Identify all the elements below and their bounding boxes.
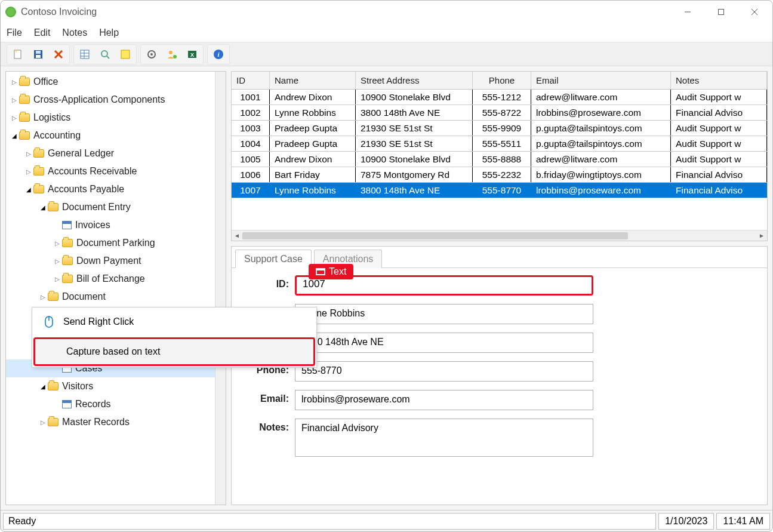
col-email[interactable]: Email: [531, 72, 671, 89]
table-row[interactable]: 1003Pradeep Gupta21930 SE 51st St555-990…: [232, 121, 767, 136]
settings-button[interactable]: [142, 46, 161, 63]
field-name[interactable]: Lynne Robbins: [295, 304, 593, 324]
user-button[interactable]: [162, 46, 181, 63]
blank-icon: [46, 346, 58, 358]
cell-email: p.gupta@tailspintoys.com: [531, 121, 671, 136]
scroll-right-icon[interactable]: ►: [756, 232, 767, 239]
save-button[interactable]: [29, 46, 48, 63]
ctx-capture-based-on-text[interactable]: Capture based on text: [33, 337, 315, 366]
field-phone[interactable]: 555-8770: [295, 361, 593, 382]
folder-open-icon: [48, 382, 58, 390]
tree-scrollbar[interactable]: [215, 72, 226, 505]
minimize-button[interactable]: [675, 3, 701, 21]
menu-notes[interactable]: Notes: [62, 27, 87, 38]
caret-right-icon[interactable]: ▷: [10, 77, 19, 87]
table-row[interactable]: 1006Bart Friday7875 Montgomery Rd555-223…: [232, 167, 767, 183]
tree-item[interactable]: ◢Accounting: [6, 127, 215, 144]
caret-none: [53, 399, 62, 409]
tree-item[interactable]: ▷Document: [6, 288, 215, 306]
ctx-send-right-click[interactable]: Send Right Click: [32, 307, 316, 336]
folder-icon: [33, 149, 44, 158]
caret-right-icon[interactable]: ▷: [53, 238, 62, 248]
tree-item-label: Office: [33, 76, 58, 87]
tree-item[interactable]: ▷Bill of Exchange: [6, 270, 215, 288]
tree-item[interactable]: ▷Office: [6, 73, 215, 91]
caret-right-icon[interactable]: ▷: [10, 95, 19, 104]
table-row[interactable]: 1001Andrew Dixon10900 Stonelake Blvd555-…: [232, 90, 767, 105]
tree-item[interactable]: ◢Document Entry: [6, 198, 215, 216]
data-grid[interactable]: ID Name Street Address Phone Email Notes…: [231, 71, 768, 241]
ctx-label-2: Capture based on text: [66, 346, 160, 357]
tree-item[interactable]: ▷Accounts Receivable: [6, 162, 215, 180]
tree-item[interactable]: ▷Logistics: [6, 109, 215, 127]
table-row[interactable]: 1005Andrew Dixon10900 Stonelake Blvd555-…: [232, 152, 767, 167]
new-document-button[interactable]: [8, 46, 27, 63]
menu-edit[interactable]: Edit: [34, 27, 51, 38]
tree-item[interactable]: ◢Accounts Payable: [6, 180, 215, 198]
caret-down-icon[interactable]: ◢: [38, 382, 48, 391]
svg-rect-4: [14, 50, 21, 59]
caret-right-icon[interactable]: ▷: [24, 149, 33, 158]
field-notes[interactable]: Financial Advisory: [295, 419, 593, 457]
tree-item[interactable]: ◢Visitors: [6, 377, 215, 395]
table-icon: [62, 400, 72, 408]
field-address[interactable]: 3800 148th Ave NE: [295, 333, 593, 353]
tree-list[interactable]: ▷Office▷Cross-Application Components▷Log…: [6, 72, 215, 505]
caret-right-icon[interactable]: ▷: [38, 292, 48, 302]
tree-item-label: Accounting: [33, 130, 81, 141]
tree-item-label: Cross-Application Components: [33, 94, 165, 105]
maximize-button[interactable]: [708, 3, 734, 21]
grid-hscrollbar[interactable]: ◄ ►: [232, 230, 767, 241]
search-button[interactable]: [96, 46, 115, 63]
info-button[interactable]: i: [209, 46, 228, 63]
folder-open-icon: [19, 131, 30, 140]
grid-body: 1001Andrew Dixon10900 Stonelake Blvd555-…: [232, 90, 767, 230]
tree-item[interactable]: ▷Down Payment: [6, 252, 215, 270]
cell-name: Pradeep Gupta: [270, 136, 356, 151]
cell-email: p.gupta@tailspintoys.com: [531, 136, 671, 151]
tree-item[interactable]: ▷Cross-Application Components: [6, 91, 215, 109]
caret-right-icon[interactable]: ▷: [53, 256, 62, 266]
note-button[interactable]: [116, 46, 135, 63]
tree-item[interactable]: ▷Document Parking: [6, 234, 215, 252]
window-controls: [675, 3, 768, 21]
tree-item[interactable]: Invoices: [6, 216, 215, 234]
cell-email: adrew@litware.com: [531, 152, 671, 167]
caret-down-icon[interactable]: ◢: [38, 202, 48, 212]
col-street[interactable]: Street Address: [356, 72, 473, 89]
close-button[interactable]: [741, 3, 768, 21]
tree-item[interactable]: ▷General Ledger: [6, 144, 215, 162]
scroll-left-icon[interactable]: ◄: [232, 232, 242, 239]
cell-email: adrew@litware.com: [531, 90, 671, 104]
table-row[interactable]: 1007Lynne Robbins3800 148th Ave NE555-87…: [232, 183, 767, 198]
detail-form: ID: 1007 Lynne Robbins 3800 148th Ave NE…: [232, 268, 767, 472]
scroll-thumb[interactable]: [242, 232, 628, 239]
table-row[interactable]: 1004Pradeep Gupta21930 SE 51st St555-551…: [232, 136, 767, 152]
menu-file[interactable]: File: [7, 27, 22, 38]
caret-right-icon[interactable]: ▷: [10, 113, 19, 122]
delete-button[interactable]: [49, 46, 68, 63]
tree-item[interactable]: Records: [6, 395, 215, 413]
tree-item[interactable]: ▷Master Records: [6, 413, 215, 431]
caret-down-icon[interactable]: ◢: [24, 184, 33, 194]
grid-button[interactable]: [75, 46, 94, 63]
col-notes[interactable]: Notes: [671, 72, 767, 89]
tree-item-label: General Ledger: [48, 148, 114, 159]
caret-right-icon[interactable]: ▷: [38, 417, 48, 427]
folder-icon: [48, 418, 58, 426]
caret-right-icon[interactable]: ▷: [53, 274, 62, 284]
menu-help[interactable]: Help: [99, 27, 119, 38]
caret-right-icon[interactable]: ▷: [24, 167, 33, 176]
svg-text:X: X: [190, 52, 194, 58]
col-phone[interactable]: Phone: [473, 72, 531, 89]
col-name[interactable]: Name: [270, 72, 356, 89]
text-badge[interactable]: Text: [309, 264, 353, 279]
caret-down-icon[interactable]: ◢: [10, 131, 19, 140]
field-email[interactable]: lrobbins@proseware.com: [295, 390, 593, 410]
folder-open-icon: [33, 185, 44, 193]
table-row[interactable]: 1002Lynne Robbins3800 148th Ave NE555-87…: [232, 105, 767, 121]
col-id[interactable]: ID: [232, 72, 270, 89]
excel-button[interactable]: X: [183, 46, 202, 63]
tab-support-case[interactable]: Support Case: [235, 250, 312, 268]
cell-id: 1006: [232, 167, 270, 182]
